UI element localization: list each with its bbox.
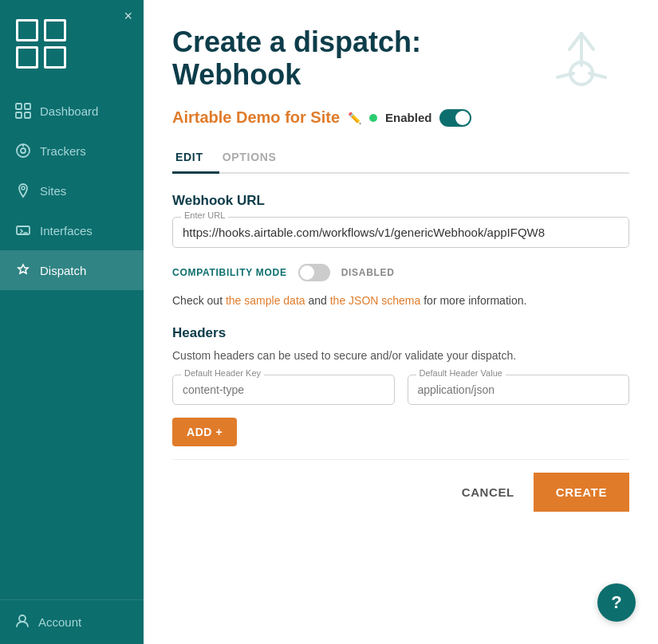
sidebar-item-dispatch-label: Dispatch — [40, 264, 86, 277]
header-value-wrapper: Default Header Value — [408, 375, 630, 405]
tab-edit[interactable]: EDIT — [172, 143, 219, 174]
page-header: Create a dispatch: Webhook — [172, 26, 629, 105]
svg-rect-1 — [25, 104, 30, 109]
account-item[interactable]: Account — [0, 599, 144, 644]
subtitle-row: Airtable Demo for Site ✏️ Enabled — [172, 108, 629, 127]
logo-cell-1 — [16, 19, 38, 41]
edit-name-icon[interactable]: ✏️ — [348, 112, 361, 124]
url-field-label: Enter URL — [181, 210, 228, 220]
tabs: EDIT OPTIONS — [172, 143, 629, 174]
header-key-label: Default Header Key — [181, 368, 264, 378]
sidebar-item-trackers[interactable]: Trackers — [0, 131, 144, 171]
webhook-url-section: Webhook URL Enter URL — [172, 193, 629, 248]
info-text: Check out the sample data and the JSON s… — [172, 293, 629, 309]
create-button[interactable]: CREATE — [534, 473, 629, 512]
headers-section: Headers Custom headers can be used to se… — [172, 325, 629, 446]
compat-disabled-label: DISABLED — [341, 267, 395, 278]
sites-icon — [14, 182, 32, 199]
logo — [0, 0, 144, 84]
svg-rect-0 — [16, 104, 22, 109]
dispatch-hero-icon — [534, 26, 629, 105]
sidebar-item-sites-label: Sites — [40, 184, 66, 198]
bottom-bar: CANCEL CREATE — [172, 459, 629, 512]
headers-desc: Custom headers can be used to secure and… — [172, 349, 629, 362]
json-schema-link[interactable]: the JSON schema — [330, 294, 421, 307]
enabled-toggle[interactable] — [439, 109, 471, 127]
logo-cell-2 — [44, 19, 66, 41]
url-input[interactable] — [183, 222, 619, 242]
tab-options[interactable]: OPTIONS — [219, 143, 293, 174]
page-title-block: Create a dispatch: Webhook — [172, 26, 421, 92]
svg-point-10 — [19, 615, 26, 622]
sidebar-item-dispatch[interactable]: Dispatch — [0, 250, 144, 290]
trackers-icon — [14, 142, 32, 159]
sidebar-item-sites[interactable]: Sites — [0, 171, 144, 210]
help-button[interactable]: ? — [597, 583, 636, 622]
account-icon — [14, 613, 30, 631]
sidebar-item-interfaces-label: Interfaces — [40, 224, 93, 238]
dispatch-subtitle: Airtable Demo for Site — [172, 108, 340, 127]
logo-cell-4 — [44, 46, 66, 69]
sidebar-item-dashboard[interactable]: Dashboard — [0, 91, 144, 131]
url-input-wrapper: Enter URL — [172, 217, 629, 248]
sample-data-link[interactable]: the sample data — [226, 294, 305, 307]
dispatch-nav-icon — [14, 261, 32, 279]
header-key-wrapper: Default Header Key — [172, 375, 395, 405]
nav: Dashboard Trackers Sites — [0, 84, 144, 599]
compat-mode-toggle[interactable] — [298, 264, 330, 281]
headers-inputs: Default Header Key Default Header Value — [172, 375, 629, 405]
cancel-button[interactable]: CANCEL — [443, 473, 534, 512]
webhook-url-title: Webhook URL — [172, 193, 629, 209]
header-value-input[interactable] — [418, 380, 620, 399]
add-header-button[interactable]: ADD + — [172, 418, 237, 446]
enabled-label: Enabled — [385, 111, 431, 124]
svg-rect-3 — [25, 112, 30, 118]
sidebar-item-dashboard-label: Dashboard — [40, 104, 98, 118]
page-title: Create a dispatch: Webhook — [172, 26, 421, 92]
enabled-dot — [369, 114, 377, 122]
close-icon[interactable]: × — [124, 8, 132, 25]
svg-point-7 — [22, 187, 25, 190]
dashboard-icon — [14, 102, 32, 120]
svg-point-5 — [21, 148, 26, 153]
sidebar: × Dashboard — [0, 0, 144, 644]
sidebar-item-trackers-label: Trackers — [40, 144, 86, 158]
interfaces-icon — [14, 222, 32, 239]
main-content: Create a dispatch: Webhook Airtable Demo… — [144, 0, 658, 644]
logo-cell-3 — [16, 46, 38, 69]
compat-mode-label: COMPATIBILITY MODE — [172, 267, 287, 278]
sidebar-item-interfaces[interactable]: Interfaces — [0, 210, 144, 250]
svg-rect-2 — [16, 112, 22, 118]
header-key-input[interactable] — [183, 380, 384, 399]
headers-title: Headers — [172, 325, 629, 341]
compat-mode-row: COMPATIBILITY MODE DISABLED — [172, 264, 629, 281]
account-label: Account — [38, 615, 81, 629]
header-value-label: Default Header Value — [416, 368, 506, 378]
